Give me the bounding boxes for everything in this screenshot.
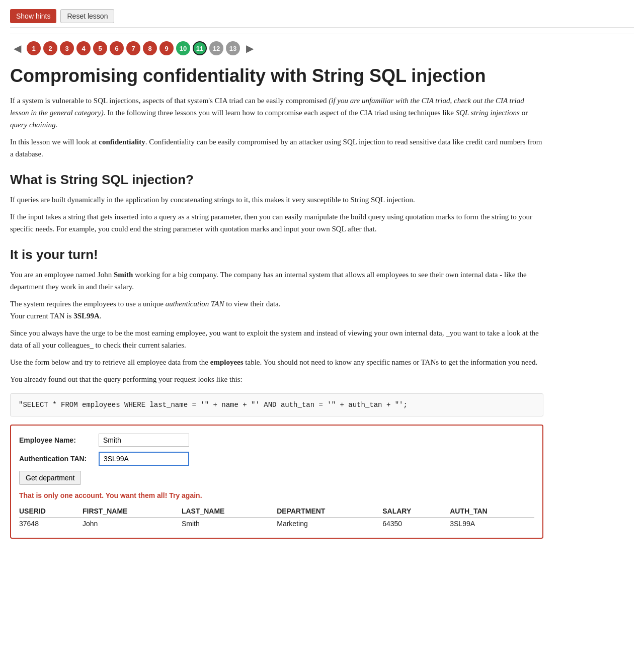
- nav-num-13[interactable]: 13: [226, 41, 240, 55]
- intro-paragraph-2: In this lesson we will look at confident…: [10, 136, 543, 160]
- result-table-head: USERID FIRST_NAME LAST_NAME DEPARTMENT S…: [19, 505, 534, 518]
- get-department-button[interactable]: Get department: [19, 471, 81, 485]
- nav-num-8[interactable]: 8: [143, 41, 157, 55]
- employee-name-row: Employee Name:: [19, 434, 534, 447]
- intro1-italic3: query chaining: [10, 121, 55, 129]
- para6-italic: authentication TAN: [166, 300, 224, 308]
- auth-tan-label: Authentication TAN:: [19, 455, 95, 463]
- para9-bold: employees: [210, 358, 244, 366]
- nav-num-10[interactable]: 10: [176, 41, 190, 55]
- col-firstname: FIRST_NAME: [83, 505, 182, 518]
- nav-num-1[interactable]: 1: [27, 41, 41, 55]
- nav-num-4[interactable]: 4: [76, 41, 91, 55]
- nav-num-7[interactable]: 7: [126, 41, 140, 55]
- show-hints-button[interactable]: Show hints: [10, 9, 56, 23]
- intro2-bold: confidentiality: [99, 138, 145, 146]
- auth-tan-input[interactable]: [99, 452, 189, 466]
- intro1-italic2: SQL string injections: [456, 109, 520, 117]
- para7-bold: 3SL99A: [73, 312, 100, 320]
- heading-what-is: What is String SQL injection?: [10, 172, 543, 188]
- nav-num-11[interactable]: 11: [193, 41, 207, 55]
- intro-paragraph-1: If a system is vulnerable to SQL injecti…: [10, 95, 543, 131]
- scenario-paragraph-2: The system requires the employees to use…: [10, 298, 543, 322]
- nav-next-arrow[interactable]: ▶: [243, 41, 257, 55]
- top-divider: [10, 34, 634, 34]
- intro1-text: If a system is vulnerable to SQL injecti…: [10, 97, 329, 105]
- scenario-paragraph-1: You are an employee named John Smith wor…: [10, 269, 543, 293]
- employee-form-container: Employee Name: Authentication TAN: Get d…: [10, 425, 543, 539]
- heading-your-turn: It is your turn!: [10, 247, 543, 263]
- sql-query-code-block: "SELECT * FROM employees WHERE last_name…: [10, 393, 543, 416]
- scenario-paragraph-5: You already found out that the query per…: [10, 373, 543, 385]
- lesson-navigation: ◀ 1 2 3 4 5 6 7 8 9 10 11 12 13 ▶: [10, 41, 634, 55]
- para5-pre: You are an employee named John: [10, 271, 114, 279]
- table-row: 37648JohnSmithMarketing643503SL99A: [19, 518, 534, 530]
- nav-num-5[interactable]: 5: [93, 41, 107, 55]
- col-authtan: AUTH_TAN: [450, 505, 534, 518]
- reset-lesson-button[interactable]: Reset lesson: [60, 9, 114, 23]
- page-title: Compromising confidentiality with String…: [10, 65, 543, 87]
- main-content: Compromising confidentiality with String…: [10, 65, 543, 539]
- intro1-end: . In the following three lessons you wil…: [104, 109, 456, 117]
- col-department: DEPARTMENT: [277, 505, 382, 518]
- nav-num-3[interactable]: 3: [60, 41, 74, 55]
- nav-num-2[interactable]: 2: [43, 41, 57, 55]
- col-lastname: LAST_NAME: [182, 505, 277, 518]
- top-bar: Show hints Reset lesson: [10, 5, 634, 28]
- intro1-or: or: [520, 109, 528, 117]
- table-header-row: USERID FIRST_NAME LAST_NAME DEPARTMENT S…: [19, 505, 534, 518]
- submit-row: Get department: [19, 471, 534, 485]
- para6-end: to view their data.: [224, 300, 280, 308]
- col-userid: USERID: [19, 505, 83, 518]
- para6-text: The system requires the employees to use…: [10, 300, 166, 308]
- result-table-body: 37648JohnSmithMarketing643503SL99A: [19, 518, 534, 530]
- para7-pre: Your current TAN is: [10, 312, 73, 320]
- employee-name-input[interactable]: [99, 434, 189, 447]
- intro2-pre: In this lesson we will look at: [10, 138, 99, 146]
- para9-pre: Use the form below and try to retrieve a…: [10, 358, 210, 366]
- paragraph-string-injection-1: If queries are built dynamically in the …: [10, 194, 543, 206]
- scenario-paragraph-3: Since you always have the urge to be the…: [10, 327, 543, 351]
- intro1-dot: .: [55, 121, 57, 129]
- employee-name-label: Employee Name:: [19, 436, 95, 444]
- nav-num-9[interactable]: 9: [159, 41, 174, 55]
- paragraph-string-injection-2: If the input takes a string that gets in…: [10, 211, 543, 235]
- para9-end: table. You should not need to know any s…: [244, 358, 538, 366]
- nav-prev-arrow[interactable]: ◀: [10, 41, 24, 55]
- nav-num-6[interactable]: 6: [110, 41, 124, 55]
- nav-num-12[interactable]: 12: [209, 41, 223, 55]
- error-message: That is only one account. You want them …: [19, 490, 534, 501]
- result-table: USERID FIRST_NAME LAST_NAME DEPARTMENT S…: [19, 505, 534, 530]
- scenario-paragraph-4: Use the form below and try to retrieve a…: [10, 356, 543, 368]
- para5-bold: Smith: [114, 271, 133, 279]
- para7-end: .: [100, 312, 102, 320]
- col-salary: SALARY: [382, 505, 450, 518]
- auth-tan-row: Authentication TAN:: [19, 452, 534, 466]
